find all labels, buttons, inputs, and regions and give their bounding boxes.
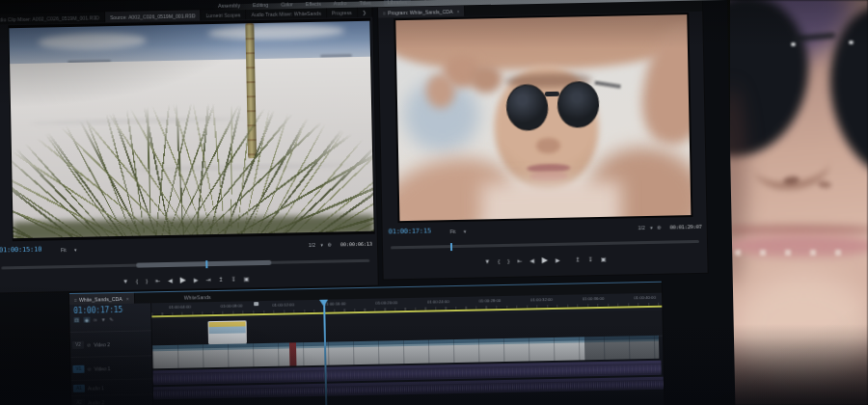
program-scrollbar[interactable]	[391, 240, 699, 249]
close-icon[interactable]: ×	[126, 295, 129, 301]
nest-toggle-icon[interactable]: ⊡	[73, 317, 79, 323]
sunglasses-bridge	[544, 92, 558, 96]
premiere-pro-window: Assembly Editing Color Effects Audio Tit…	[0, 0, 735, 405]
play-button[interactable]: ▶	[180, 277, 186, 284]
source-clip-image	[9, 21, 373, 238]
source-timecode[interactable]: 01:00:15:10	[0, 246, 41, 255]
source-panel-group: Audio Clip Mixer: A002_C026_0519M_001.R3…	[0, 7, 378, 293]
mark-in-button[interactable]: {	[498, 258, 500, 264]
mark-out-button[interactable]: }	[146, 278, 148, 284]
chevron-down-icon[interactable]: ▾	[464, 229, 467, 234]
mark-in-button[interactable]: {	[136, 279, 138, 284]
tab-program-monitor[interactable]: ≡ Program: White_Sands_CDA ×	[378, 6, 466, 18]
editing-suite-photo: Assembly Editing Color Effects Audio Tit…	[0, 0, 868, 405]
go-to-in-button[interactable]: ⇤	[155, 278, 160, 284]
program-transport: ▼ { } ⇤ ◀ ▶ ▶ ↥ ↧ ▣	[383, 250, 707, 272]
overwrite-button[interactable]: ↧	[231, 277, 235, 283]
yucca-leaves	[9, 21, 373, 238]
program-resolution-select[interactable]: 1/2	[638, 225, 645, 230]
source-zoom-handle[interactable]	[136, 260, 271, 268]
chevron-down-icon[interactable]: ▾	[650, 225, 653, 230]
track-name: Audio 2	[88, 399, 104, 405]
tab-progress[interactable]: Progress	[327, 7, 358, 18]
track-header-column: 01:00:17:15 ⊡ ◉ ∞ ▼ ✎ V2 ⊘ Video 2	[69, 303, 153, 405]
tab-sequence-whitesands[interactable]: WhiteSands	[179, 291, 216, 303]
shadow	[727, 338, 868, 405]
insert-button[interactable]: ↥	[218, 277, 223, 283]
play-button[interactable]: ▶	[542, 256, 548, 264]
linked-selection-icon[interactable]: ∞	[94, 316, 97, 322]
timeline-toolbar: ⊡ ◉ ∞ ▼ ✎	[73, 315, 150, 323]
tab-overflow-icon[interactable]: ❯	[358, 7, 373, 17]
snap-icon[interactable]: ◉	[84, 317, 90, 323]
nostril	[818, 180, 832, 188]
timeline-panel: ≡ White_Sands_CDA × WhiteSands 01:00:17:…	[69, 282, 665, 405]
settings-wrench-icon[interactable]: ⚙	[657, 225, 662, 230]
export-frame-button[interactable]: ▣	[601, 256, 607, 262]
source-viewer	[8, 18, 374, 242]
program-panel-group: ≡ Program: White_Sands_CDA ×	[378, 1, 708, 280]
sunglasses-temple	[595, 80, 621, 88]
add-marker-icon[interactable]: ▼	[101, 316, 106, 322]
clip-v2-selected[interactable]	[208, 320, 247, 344]
program-viewer	[393, 13, 692, 223]
source-info-bar: 01:00:15:10 Fit ▾ 1/2 ▾ ⚙ 00:00:06:13	[0, 239, 377, 258]
extract-button[interactable]: ↧	[588, 256, 593, 262]
source-scrollbar[interactable]	[1, 259, 369, 270]
close-icon[interactable]: ×	[456, 8, 459, 14]
program-info-bar: 01:00:17:15 Fit ▾ 1/2 ▾ ⚙ 00:01:29:07	[383, 222, 707, 240]
add-marker-button[interactable]: ▼	[484, 258, 490, 264]
panel-menu-icon[interactable]: ≡	[383, 10, 386, 15]
program-playhead-tick[interactable]	[450, 243, 452, 251]
add-marker-button[interactable]: ▼	[122, 279, 128, 284]
tab-lumetri-scopes[interactable]: Lumetri Scopes	[201, 9, 246, 20]
program-duration: 00:01:29:07	[669, 224, 701, 230]
track-target-v2[interactable]: V2	[72, 340, 84, 348]
track-header-a1: A1 Audio 1	[71, 378, 152, 395]
source-zoom-select[interactable]: Fit	[61, 247, 67, 253]
track-header-a2: A2 Audio 2	[71, 393, 152, 405]
chevron-down-icon[interactable]: ▾	[74, 247, 77, 253]
track-header-v1: V1 ⊘ Video 1	[70, 355, 151, 380]
blurred-face-photo	[727, 0, 868, 405]
finger	[470, 65, 502, 94]
go-to-in-button[interactable]: ⇤	[517, 258, 522, 264]
lift-button[interactable]: ↥	[576, 256, 581, 262]
track-target-a1[interactable]: A1	[73, 384, 85, 392]
program-zoom-select[interactable]: Fit	[450, 229, 456, 234]
timeline-timecode[interactable]: 01:00:17:15	[73, 305, 150, 315]
timeline-tracks-area: 01:00:04:00 01:00:08:00 01:00:12:00 01:0…	[151, 293, 664, 405]
program-timecode[interactable]: 01:00:17:15	[389, 228, 431, 236]
lock-icon[interactable]: ⊘	[87, 341, 91, 347]
track-name: Audio 1	[88, 385, 104, 391]
program-clip-image	[395, 14, 691, 221]
teeth	[735, 250, 851, 256]
panel-menu-icon[interactable]: ≡	[74, 296, 77, 302]
sunglasses-glint	[849, 40, 854, 44]
step-back-button[interactable]: ◀	[168, 278, 173, 284]
timeline-corner: 01:00:17:15 ⊡ ◉ ∞ ▼ ✎	[69, 303, 151, 332]
light-glow	[480, 180, 621, 221]
sunglasses-glint	[791, 42, 796, 46]
timeline-settings-icon[interactable]: ✎	[110, 316, 114, 322]
step-back-button[interactable]: ◀	[529, 257, 534, 263]
clip-short-red[interactable]	[289, 342, 296, 365]
source-playhead-tick[interactable]	[205, 260, 207, 268]
source-resolution-select[interactable]: 1/2	[309, 242, 315, 248]
track-name: Video 2	[94, 341, 110, 347]
track-name: Video 1	[95, 365, 111, 371]
source-duration: 00:00:06:13	[340, 241, 372, 248]
clip-v1-second[interactable]	[584, 336, 659, 361]
track-target-v1[interactable]: V1	[72, 364, 84, 372]
export-frame-button[interactable]: ▣	[244, 276, 250, 282]
mark-out-button[interactable]: }	[507, 258, 509, 264]
go-to-out-button[interactable]: ⇥	[205, 277, 210, 283]
tab-source-monitor[interactable]: Source: A002_C026_0519M_001.R3D	[105, 10, 202, 22]
step-forward-button[interactable]: ▶	[194, 277, 199, 283]
settings-wrench-icon[interactable]: ⚙	[327, 242, 332, 248]
track-target-a2[interactable]: A2	[73, 398, 85, 405]
step-forward-button[interactable]: ▶	[556, 257, 560, 263]
chevron-down-icon[interactable]: ▾	[320, 242, 323, 248]
sequence-marker[interactable]	[254, 302, 258, 306]
lock-icon[interactable]: ⊘	[87, 365, 91, 371]
